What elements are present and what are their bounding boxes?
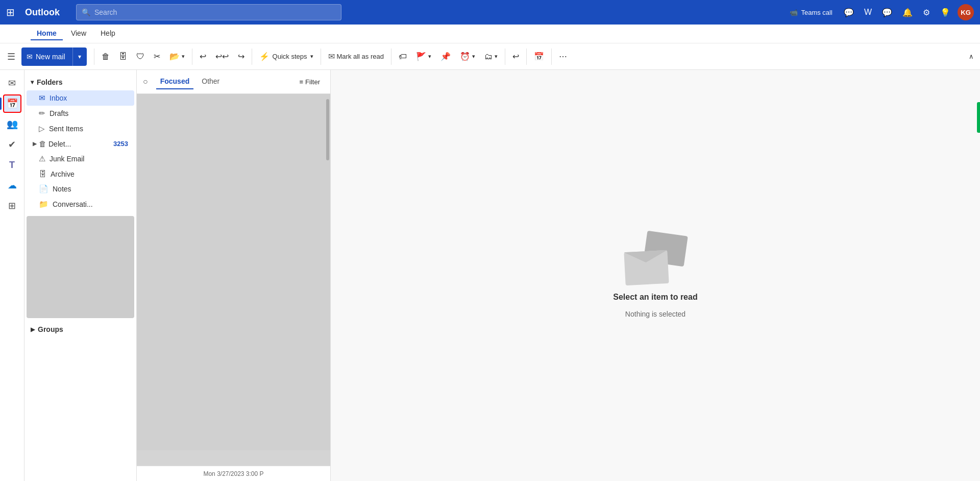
undo-button[interactable]: ↩ <box>195 46 210 67</box>
undo-all-button[interactable]: ↩↩ <box>211 46 233 67</box>
pin-icon: 📌 <box>440 52 451 61</box>
mail-nav-icon: ✉ <box>8 78 16 89</box>
divider-1 <box>94 49 94 65</box>
collapse-icon: ∧ <box>969 53 974 60</box>
contacts-nav-icon: 👥 <box>7 118 18 130</box>
shield-icon: 🛡 <box>136 52 144 61</box>
flag-icon: 🚩 <box>416 52 426 61</box>
folder-item-drafts[interactable]: ✏ Drafts <box>27 106 134 121</box>
nav-teams[interactable]: T <box>3 156 21 174</box>
categorize-icon: 🗂 <box>484 52 493 61</box>
folders-header[interactable]: ▾ Folders <box>24 74 136 90</box>
avatar[interactable]: KG <box>958 4 974 20</box>
rules-button[interactable]: ↩ <box>508 46 523 67</box>
new-mail-dropdown[interactable]: ▾ <box>72 47 87 66</box>
nav-onedrive[interactable]: ☁ <box>3 176 21 195</box>
move-button[interactable]: 📂▾ <box>165 46 189 67</box>
folder-item-conversations[interactable]: 📁 Conversati... <box>27 197 134 212</box>
search-icon: 🔍 <box>82 8 90 16</box>
more-button[interactable]: ⋯ <box>555 46 571 67</box>
mark-all-read-button[interactable]: ✉ Mark all as read <box>324 46 388 67</box>
tags-button[interactable]: 🏷 <box>395 46 411 67</box>
nav-mail[interactable]: ✉ <box>3 74 21 92</box>
feedback-icon[interactable]: 💬 <box>879 5 895 20</box>
delete-button[interactable]: 🗑 <box>97 46 114 67</box>
reading-pane: Select an item to read Nothing is select… <box>331 70 980 481</box>
nav-apps[interactable]: ⊞ <box>3 197 21 215</box>
select-all-circle-icon[interactable]: ○ <box>143 77 148 86</box>
conversations-icon: 📁 <box>39 200 48 209</box>
empty-envelope-illustration <box>625 233 686 284</box>
teams-call-button[interactable]: 📹 Teams call <box>786 7 836 18</box>
settings-icon[interactable]: ⚙ <box>920 5 933 20</box>
ribbon-commands: ☰ ✉ New mail ▾ 🗑 🗄 🛡 ✂ 📂▾ ↩ ↩↩ ↪ ⚡ Quick… <box>0 43 980 69</box>
flag-button[interactable]: 🚩▾ <box>412 46 435 67</box>
sweep-button[interactable]: ✂ <box>150 46 164 67</box>
calendar-icon: 📅 <box>534 52 544 61</box>
archive-button[interactable]: 🗄 <box>115 46 131 67</box>
folder-item-archive[interactable]: 🗄 Archive <box>27 166 134 181</box>
tab-view[interactable]: View <box>65 27 92 40</box>
deleted-expand-icon: ▶ <box>33 140 37 147</box>
delete-icon: 🗑 <box>102 52 110 61</box>
lightbulb-icon[interactable]: 💡 <box>937 5 953 20</box>
folder-item-notes[interactable]: 📄 Notes <box>27 181 134 197</box>
chat-icon[interactable]: 💬 <box>841 5 857 20</box>
tags-icon: 🏷 <box>399 52 407 61</box>
redo-icon: ↪ <box>238 52 244 61</box>
new-mail-main[interactable]: ✉ New mail <box>21 47 72 66</box>
folder-sidebar: ▾ Folders ✉ Inbox ✏ Drafts ▷ Sent Items … <box>24 70 137 481</box>
ribbon-area: Home View Help ☰ ✉ New mail ▾ 🗑 🗄 🛡 ✂ 📂▾… <box>0 25 980 70</box>
folder-item-junk[interactable]: ⚠ Junk Email <box>27 151 134 166</box>
empty-state-title: Select an item to read <box>613 293 697 302</box>
menu-toggle-button[interactable]: ☰ <box>2 47 20 66</box>
app-grid-icon[interactable]: ⊞ <box>6 6 15 18</box>
folder-item-sent[interactable]: ▷ Sent Items <box>27 121 134 136</box>
calendar-button[interactable]: 📅 <box>530 46 548 67</box>
report-button[interactable]: 🛡 <box>132 46 149 67</box>
sent-icon: ▷ <box>39 124 45 133</box>
word-icon[interactable]: W <box>861 5 875 20</box>
main-layout: ✉ 📅 👥 ✔ T ☁ ⊞ ▾ Folders ✉ Inbox <box>0 70 980 481</box>
nav-contacts[interactable]: 👥 <box>3 115 21 133</box>
teams-nav-icon: T <box>9 160 15 171</box>
search-input[interactable] <box>94 8 336 16</box>
rules-icon: ↩ <box>512 52 519 61</box>
categorize-button[interactable]: 🗂▾ <box>480 46 502 67</box>
groups-section[interactable]: ▶ Groups <box>24 322 136 336</box>
snooze-button[interactable]: ⏰▾ <box>456 46 479 67</box>
new-mail-button[interactable]: ✉ New mail ▾ <box>21 47 87 66</box>
folder-item-inbox[interactable]: ✉ Inbox <box>27 90 134 106</box>
archive-icon: 🗄 <box>119 52 127 61</box>
deleted-icon: 🗑 <box>39 139 46 148</box>
undo-icon: ↩ <box>200 52 206 61</box>
divider-5 <box>391 49 391 65</box>
email-list-body[interactable] <box>137 94 330 466</box>
redo-button[interactable]: ↪ <box>234 46 249 67</box>
nav-calendar[interactable]: 📅 <box>3 94 21 113</box>
tasks-nav-icon: ✔ <box>8 139 16 150</box>
tab-focused[interactable]: Focused <box>156 74 194 89</box>
notification-icon[interactable]: 🔔 <box>899 5 916 20</box>
drafts-icon: ✏ <box>39 109 45 118</box>
title-bar-right: 📹 Teams call 💬 W 💬 🔔 ⚙ 💡 KG <box>786 4 974 20</box>
scrollbar-thumb[interactable] <box>326 99 329 160</box>
tab-other[interactable]: Other <box>198 74 224 89</box>
filter-icon: ≡ <box>300 78 304 86</box>
notes-icon: 📄 <box>39 184 48 194</box>
pin-button[interactable]: 📌 <box>436 46 455 67</box>
junk-icon: ⚠ <box>39 154 45 163</box>
email-list-header: ○ Focused Other ≡ Filter <box>137 70 330 94</box>
tab-home[interactable]: Home <box>31 27 63 40</box>
collapse-ribbon-button[interactable]: ∧ <box>965 46 978 67</box>
snooze-icon: ⏰ <box>460 52 470 61</box>
nav-tasks[interactable]: ✔ <box>3 135 21 154</box>
envelope-icon: ✉ <box>27 53 33 61</box>
quick-steps-button[interactable]: ⚡ Quick steps ▾ <box>255 46 317 67</box>
search-box[interactable]: 🔍 <box>76 4 341 20</box>
left-nav: ✉ 📅 👥 ✔ T ☁ ⊞ <box>0 70 24 481</box>
filter-button[interactable]: ≡ Filter <box>296 76 324 88</box>
divider-3 <box>252 49 252 65</box>
tab-help[interactable]: Help <box>94 27 121 40</box>
folder-item-deleted[interactable]: ▶ 🗑 Delet... 3253 <box>27 136 134 151</box>
